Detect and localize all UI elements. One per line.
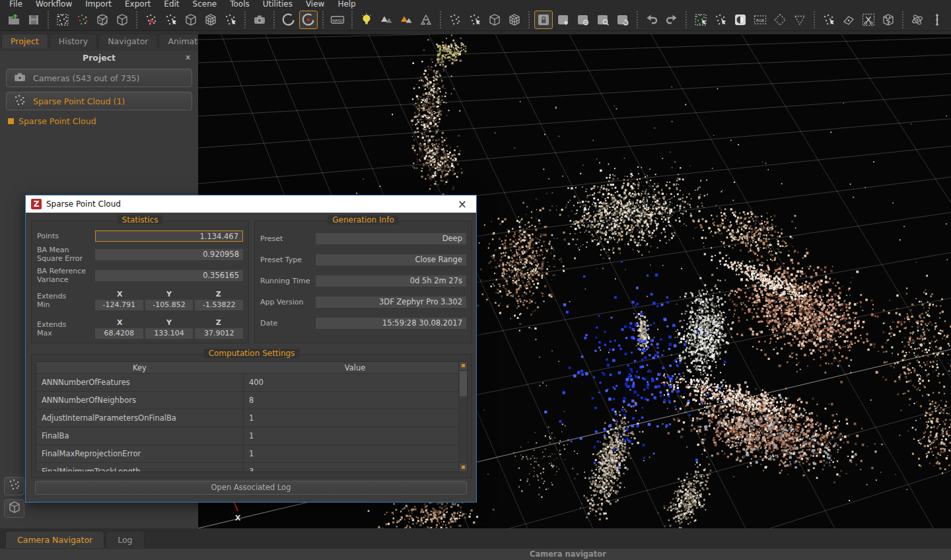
- cameras-highlight-icon[interactable]: [397, 11, 415, 29]
- statistics-group: Statistics Points 1.134.467 BA Mean Squa…: [31, 221, 249, 343]
- menu-bar: FileWorkflowImportExportEditSceneToolsUt…: [0, 0, 951, 9]
- tab-navigator[interactable]: Navigator: [98, 34, 157, 48]
- bottom-tabbar: Camera NavigatorLog: [0, 528, 951, 549]
- move-points-icon[interactable]: [466, 11, 484, 29]
- mesh-cube-icon[interactable]: [182, 11, 200, 29]
- extends-value-field: -1.53822: [195, 300, 243, 310]
- orbit-target-icon[interactable]: [299, 11, 318, 29]
- tab-history[interactable]: History: [50, 34, 97, 48]
- cameras-visibility-icon[interactable]: [377, 11, 396, 29]
- points-value-field[interactable]: 1.134.467: [95, 230, 243, 242]
- menu-item-edit[interactable]: Edit: [157, 0, 186, 9]
- select-area-icon[interactable]: [53, 11, 72, 29]
- table-row[interactable]: ANNNumberOfFeatures400: [36, 374, 467, 392]
- open-associated-log-button[interactable]: Open Associated Log: [35, 481, 467, 495]
- select-triangle-icon[interactable]: [791, 11, 809, 29]
- toolbar-separator: [440, 11, 441, 28]
- stat-row: BA Reference Variance0.356165: [37, 267, 243, 284]
- dialog-titlebar[interactable]: Z Sparse Point Cloud ×: [26, 195, 476, 213]
- menu-item-workflow[interactable]: Workflow: [29, 0, 79, 9]
- project-panel-header: Project x: [0, 51, 198, 64]
- menu-item-import[interactable]: Import: [79, 0, 118, 9]
- points-edit-icon[interactable]: [221, 11, 240, 29]
- points-move-icon[interactable]: [162, 11, 180, 29]
- menu-item-scene[interactable]: Scene: [186, 0, 224, 9]
- menu-item-view[interactable]: View: [299, 0, 331, 9]
- left-tabbar: ProjectHistoryNavigatorAnimator: [0, 31, 198, 48]
- computation-settings-title: Computation Settings: [204, 349, 300, 358]
- reset-view-icon[interactable]: [614, 11, 632, 29]
- table-row[interactable]: ANNNumberOfNeighbors8: [36, 392, 467, 409]
- select-rect-points-icon[interactable]: [691, 11, 710, 29]
- stat-value-field: 0.356165: [95, 270, 243, 281]
- tab-project[interactable]: Project: [1, 34, 48, 48]
- table-scrollbar[interactable]: [458, 362, 467, 472]
- points-pin-icon[interactable]: [142, 11, 160, 29]
- generation-info-row: Running Time0d 5h 2m 27s: [260, 275, 466, 287]
- toolbar-separator: [686, 11, 687, 28]
- new-project-icon[interactable]: [5, 11, 23, 29]
- gizmo-orbit-icon[interactable]: [908, 11, 927, 29]
- menu-item-utilities[interactable]: Utilities: [256, 0, 299, 9]
- toolbar-separator: [322, 11, 324, 28]
- generation-info-row: App Version3DF Zephyr Pro 3.302: [260, 297, 466, 308]
- redo-icon[interactable]: [662, 11, 681, 29]
- axes-icon[interactable]: [948, 11, 951, 29]
- tree-item-sparse-point-cloud[interactable]: Sparse Point Cloud: [8, 116, 198, 126]
- menu-item-export[interactable]: Export: [118, 0, 157, 9]
- extends-value-field: 68.4208: [95, 328, 143, 339]
- zoom-out-icon[interactable]: [574, 11, 592, 29]
- edit-points-icon[interactable]: [820, 11, 838, 29]
- wasd-icon[interactable]: WASD: [328, 11, 347, 29]
- stat-value-field: 0.920958: [95, 249, 243, 260]
- plane-tool-icon[interactable]: [839, 11, 858, 29]
- show-dense-icon[interactable]: [505, 11, 524, 29]
- dialog-close-icon[interactable]: ×: [454, 199, 471, 210]
- measure-icon[interactable]: [928, 11, 946, 29]
- cameras-outline-icon[interactable]: [417, 11, 435, 29]
- show-points-icon[interactable]: [446, 11, 464, 29]
- contrast-icon[interactable]: [731, 11, 750, 29]
- orbit-arc-icon[interactable]: [279, 11, 298, 29]
- textured-cube-icon[interactable]: [879, 11, 898, 29]
- scrollbar-down-button[interactable]: [460, 464, 467, 472]
- dialog-body: Statistics Points 1.134.467 BA Mean Squa…: [26, 213, 476, 502]
- select-diamond-icon[interactable]: [771, 11, 789, 29]
- status-text: Camera navigator: [185, 549, 951, 560]
- sidebar-item-cameras[interactable]: Cameras (543 out of 735): [6, 69, 192, 87]
- tab-camera-navigator[interactable]: Camera Navigator: [5, 531, 104, 548]
- sidebar-item-sparse[interactable]: Sparse Point Cloud (1): [6, 92, 192, 110]
- camera-icon[interactable]: [250, 11, 269, 29]
- lock-selection-icon[interactable]: [534, 11, 553, 29]
- select-scatter-icon[interactable]: [711, 11, 730, 29]
- save-icon[interactable]: [24, 11, 43, 29]
- svg-text:RGB: RGB: [756, 18, 764, 22]
- dialog-title: Sparse Point Cloud: [46, 199, 449, 209]
- table-row[interactable]: FinalMinimumTrackLength3: [36, 463, 467, 472]
- extends-value-field: 133.104: [145, 328, 194, 339]
- menu-item-tools[interactable]: Tools: [223, 0, 256, 9]
- zoom-in-region-icon[interactable]: [554, 11, 573, 29]
- scrollbar-up-button[interactable]: [460, 362, 467, 370]
- menu-item-file[interactable]: File: [3, 0, 29, 9]
- keypoints-icon[interactable]: [73, 11, 92, 29]
- menu-item-help[interactable]: Help: [331, 0, 362, 9]
- dense-point-cloud-button[interactable]: [4, 477, 24, 495]
- tab-log[interactable]: Log: [106, 531, 144, 548]
- undo-icon[interactable]: [643, 11, 661, 29]
- light-icon[interactable]: [357, 11, 376, 29]
- wireframe-cube-icon[interactable]: [113, 11, 131, 29]
- dense-mesh-icon[interactable]: [201, 11, 220, 29]
- points-icon: [7, 477, 22, 495]
- table-row[interactable]: FinalMaxReprojectionError1: [36, 445, 467, 463]
- cut-points-icon[interactable]: [859, 11, 878, 29]
- table-row[interactable]: FinalBa1: [36, 427, 467, 445]
- show-mesh-icon[interactable]: [485, 11, 504, 29]
- rgb-filter-icon[interactable]: RGB: [751, 11, 769, 29]
- zoom-search-icon[interactable]: [594, 11, 612, 29]
- scrollbar-thumb[interactable]: [460, 371, 467, 396]
- table-row[interactable]: AdjustInternalParametersOnFinalBa1: [36, 409, 467, 427]
- panel-close-icon[interactable]: x: [186, 53, 190, 62]
- points-cube-icon[interactable]: [93, 11, 112, 29]
- mesh-button[interactable]: [4, 499, 24, 518]
